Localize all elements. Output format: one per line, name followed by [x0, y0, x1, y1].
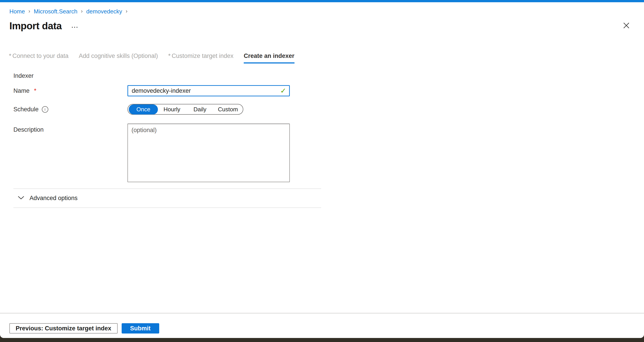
- name-label-text: Name: [14, 88, 30, 94]
- import-data-panel: Home › Microsoft.Search › demovedecky › …: [0, 0, 644, 338]
- description-row: Description: [0, 124, 644, 182]
- tab-label: Connect to your data: [12, 52, 69, 59]
- schedule-option-once[interactable]: Once: [129, 104, 158, 114]
- chevron-down-icon: [18, 196, 24, 200]
- validation-check-icon: ✓: [280, 86, 286, 95]
- tab-label: Add cognitive skills (Optional): [79, 52, 158, 59]
- name-field-wrapper: ✓: [128, 85, 290, 96]
- breadcrumb-link-microsoft-search[interactable]: Microsoft.Search: [34, 8, 77, 15]
- breadcrumb: Home › Microsoft.Search › demovedecky ›: [10, 8, 644, 15]
- schedule-label: Schedule i: [0, 104, 128, 113]
- previous-step-button[interactable]: Previous: Customize target index: [10, 323, 118, 334]
- tab-customize-target-index[interactable]: *Customize target index: [168, 52, 234, 64]
- submit-button[interactable]: Submit: [122, 323, 159, 334]
- schedule-option-hourly[interactable]: Hourly: [158, 104, 186, 114]
- schedule-option-daily[interactable]: Daily: [186, 104, 214, 114]
- section-label-indexer: Indexer: [14, 72, 644, 79]
- close-button[interactable]: [622, 21, 630, 30]
- required-asterisk: *: [34, 88, 36, 94]
- description-label: Description: [0, 124, 128, 133]
- wizard-tabs: *Connect to your data Add cognitive skil…: [9, 52, 644, 64]
- tab-required-marker: *: [168, 52, 170, 59]
- tab-required-marker: *: [9, 52, 12, 59]
- top-accent-bar: [0, 0, 644, 2]
- footer-buttons: Previous: Customize target index Submit: [10, 323, 644, 334]
- info-icon[interactable]: i: [42, 106, 48, 113]
- tab-add-cognitive-skills[interactable]: Add cognitive skills (Optional): [79, 52, 158, 64]
- tab-label: Create an indexer: [244, 52, 294, 59]
- advanced-options-toggle[interactable]: Advanced options: [18, 195, 644, 202]
- schedule-row: Schedule i Once Hourly Daily Custom: [0, 104, 644, 115]
- breadcrumb-link-demovedecky[interactable]: demovedecky: [86, 8, 122, 15]
- breadcrumb-separator: ›: [126, 8, 128, 14]
- footer-divider: [0, 313, 644, 314]
- breadcrumb-separator: ›: [81, 8, 83, 14]
- schedule-option-custom[interactable]: Custom: [214, 104, 242, 114]
- page-title: Import data: [10, 20, 62, 32]
- name-row: Name* ✓: [0, 85, 644, 96]
- breadcrumb-link-home[interactable]: Home: [10, 8, 25, 15]
- divider: [14, 188, 321, 189]
- description-textarea[interactable]: [128, 124, 290, 182]
- breadcrumb-separator: ›: [28, 8, 30, 14]
- close-icon: [622, 21, 630, 30]
- wizard-footer: Previous: Customize target index Submit: [0, 313, 644, 334]
- indexer-form: Indexer Name* ✓ Schedule i Once Hourly D…: [0, 72, 644, 208]
- indexer-name-input[interactable]: [128, 85, 290, 96]
- name-label: Name*: [0, 85, 128, 94]
- title-row: Import data ⋯: [10, 20, 644, 32]
- divider: [14, 208, 321, 208]
- description-label-text: Description: [14, 126, 44, 133]
- advanced-options-label: Advanced options: [30, 195, 78, 202]
- schedule-pill-group: Once Hourly Daily Custom: [128, 104, 243, 115]
- tab-connect-to-your-data[interactable]: *Connect to your data: [9, 52, 68, 64]
- tab-label: Customize target index: [172, 52, 234, 59]
- tab-create-an-indexer[interactable]: Create an indexer: [244, 52, 294, 64]
- more-options-icon[interactable]: ⋯: [71, 21, 78, 30]
- schedule-label-text: Schedule: [14, 106, 39, 113]
